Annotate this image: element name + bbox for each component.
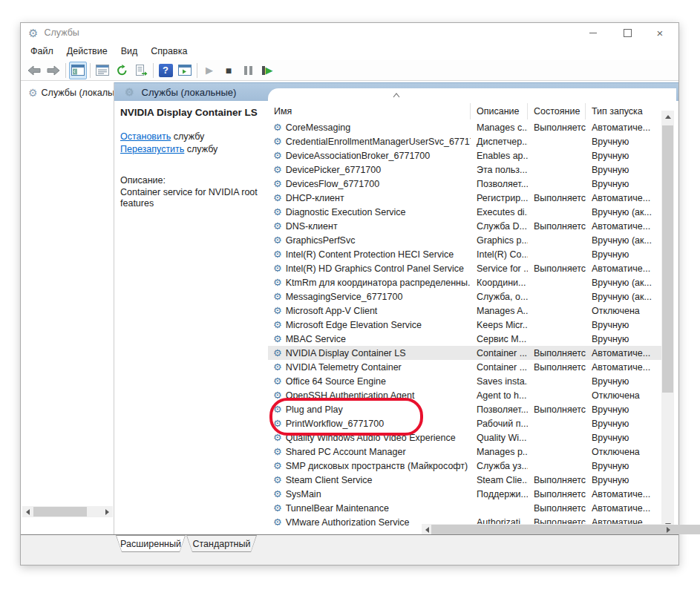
service-gear-icon: ⚙ <box>273 306 282 315</box>
menu-action[interactable]: Действие <box>60 44 114 59</box>
table-row[interactable]: ⚙SysMainПоддержи...ВыполняетсяАвтоматиче… <box>268 487 664 501</box>
tree-horizontal-scrollbar[interactable] <box>22 506 113 517</box>
cell-desc: Эта польз... <box>471 165 528 175</box>
maximize-icon <box>624 29 632 37</box>
cell-desc: Позволяет... <box>471 179 528 189</box>
tree-hscroll-thumb[interactable] <box>33 507 87 517</box>
table-row[interactable]: ⚙Intel(R) Content Protection HECI Servic… <box>268 247 664 261</box>
table-row[interactable]: ⚙GraphicsPerfSvcGraphics p...Вручную (ак… <box>268 233 664 247</box>
cell-tp: Вручную (ак... <box>586 278 658 288</box>
table-row[interactable]: ⚙Office 64 Source EngineSaves insta...Вр… <box>268 374 664 388</box>
table-row[interactable]: ⚙Steam Client ServiceSteam Clie...Выполн… <box>268 473 664 487</box>
cell-desc: Saves insta... <box>471 376 528 387</box>
table-row[interactable]: ⚙DeviceAssociationBroker_6771700Enables … <box>268 148 664 163</box>
cell-tp: Автоматиче... <box>586 348 658 358</box>
service-gear-icon: ⚙ <box>273 193 282 203</box>
restart-service-link[interactable]: Перезапустить <box>120 144 184 154</box>
cell-tp: Вручную <box>586 249 658 260</box>
scroll-right-icon[interactable] <box>102 506 113 517</box>
table-row[interactable]: ⚙Microsoft App-V ClientManages A...Отклю… <box>268 304 664 318</box>
toolbar-separator <box>153 63 154 78</box>
restart-service-button[interactable]: ▶ <box>258 62 276 79</box>
table-row[interactable]: ⚙Shared PC Account ManagerManages p...От… <box>268 445 664 459</box>
table-row[interactable]: ⚙KtmRm для координатора распределенны...… <box>268 275 664 289</box>
play-icon: ▶ <box>206 65 213 75</box>
cell-tp: Отключена <box>586 447 658 457</box>
start-service-button[interactable]: ▶ <box>200 62 218 79</box>
column-header-name[interactable]: Имя <box>268 103 471 119</box>
selected-service-name: NVIDIA Display Container LS <box>120 107 258 118</box>
hscroll-thumb[interactable] <box>431 525 700 534</box>
table-row[interactable]: ⚙MessagingService_6771700Служба, о...Вру… <box>268 289 664 304</box>
tree-item-services-local[interactable]: ⚙ Службы (локальные) <box>28 87 114 99</box>
help-button[interactable]: ? <box>157 62 174 79</box>
service-gear-icon: ⚙ <box>273 362 282 372</box>
cell-name: ⚙GraphicsPerfSvc <box>268 235 471 246</box>
table-row[interactable]: ⚙DevicePicker_6771700Эта польз...Вручную <box>268 163 664 177</box>
table-row[interactable]: ⚙Plug and PlayПозволяет...ВыполняетсяВру… <box>268 402 664 416</box>
vertical-scrollbar[interactable] <box>661 111 674 531</box>
forward-button[interactable] <box>45 62 62 79</box>
stop-service-link[interactable]: Остановить <box>120 131 171 142</box>
table-row[interactable]: ⚙NVIDIA Display Container LSContainer ..… <box>268 346 664 360</box>
pause-service-button[interactable] <box>239 62 257 79</box>
menu-view[interactable]: Вид <box>114 44 145 59</box>
table-row[interactable]: ⚙PrintWorkflow_6771700Рабочий п...Вручну… <box>268 416 664 430</box>
table-row[interactable]: ⚙Quality Windows Audio Video ExperienceQ… <box>268 430 664 445</box>
column-header-status[interactable]: Состояние <box>528 103 586 119</box>
back-button[interactable] <box>25 62 43 79</box>
minimize-button[interactable] <box>580 23 606 42</box>
table-row[interactable]: ⚙Diagnostic Execution ServiceExecutes di… <box>268 205 664 219</box>
cell-name: ⚙DevicesFlow_6771700 <box>268 179 471 189</box>
vscroll-thumb[interactable] <box>662 125 673 393</box>
table-row[interactable]: ⚙CredentialEnrollmentManagerUserSvc_6771… <box>268 134 664 148</box>
scroll-left-icon[interactable] <box>22 506 33 517</box>
description-text: Container service for NVIDIA root featur… <box>120 187 258 209</box>
cell-name: ⚙DNS-клиент <box>268 221 471 232</box>
horizontal-scrollbar[interactable] <box>422 524 674 535</box>
table-row[interactable]: ⚙MBAC ServiceСервис M...Вручную <box>268 332 664 346</box>
show-console-tree-button[interactable] <box>69 62 87 79</box>
toolbar-separator <box>65 63 66 78</box>
service-gear-icon: ⚙ <box>273 165 282 174</box>
app-gear-icon: ⚙ <box>28 27 38 39</box>
export-list-button[interactable] <box>132 62 150 79</box>
tab-extended[interactable]: Расширенный <box>116 535 186 552</box>
cell-name: ⚙NVIDIA Display Container LS <box>268 348 471 358</box>
service-gear-icon: ⚙ <box>273 461 282 471</box>
column-header-startup-type[interactable]: Тип запуска <box>586 103 658 119</box>
tab-standard[interactable]: Стандартный <box>186 535 257 552</box>
cell-name: ⚙CoreMessaging <box>268 122 471 133</box>
menu-file[interactable]: Файл <box>24 44 60 59</box>
cell-name: ⚙MessagingService_6771700 <box>268 292 471 302</box>
scroll-right-icon[interactable] <box>663 524 674 535</box>
table-row[interactable]: ⚙CoreMessagingManages c...ВыполняетсяАвт… <box>268 120 664 134</box>
cell-name: ⚙Microsoft Edge Elevation Service <box>268 320 471 330</box>
cell-name: ⚙Intel(R) Content Protection HECI Servic… <box>268 249 471 260</box>
show-action-pane-button[interactable] <box>176 62 194 79</box>
close-button[interactable]: × <box>647 23 673 42</box>
table-row[interactable]: ⚙Intel(R) HD Graphics Control Panel Serv… <box>268 261 664 275</box>
table-row[interactable]: ⚙SMP дисковых пространств (Майкрософт)Сл… <box>268 459 664 473</box>
help-icon: ? <box>159 64 173 77</box>
table-row[interactable]: ⚙OpenSSH Authentication AgentAgent to h.… <box>268 388 664 402</box>
table-row[interactable]: ⚙DevicesFlow_6771700Позволяет...Вручную <box>268 177 664 191</box>
cell-desc: Enables ap... <box>471 151 528 161</box>
back-arrow-icon <box>27 65 41 76</box>
column-header-description[interactable]: Описание <box>471 103 528 119</box>
table-row[interactable]: ⚙TunnelBear MaintenanceВыполняетсяАвтома… <box>268 501 664 515</box>
cell-desc: Служба уз... <box>471 461 528 471</box>
cell-tp: Вручную <box>586 137 658 147</box>
table-row[interactable]: ⚙DNS-клиентСлужба D...ВыполняетсяАвтомат… <box>268 219 664 233</box>
stop-service-button[interactable]: ■ <box>220 62 238 79</box>
scroll-up-icon[interactable] <box>661 111 674 123</box>
table-row[interactable]: ⚙NVIDIA Telemetry ContainerContainer ...… <box>268 360 664 374</box>
table-row[interactable]: ⚙DHCP-клиентРегистрир...ВыполняетсяАвтом… <box>268 191 664 205</box>
maximize-button[interactable] <box>615 23 640 42</box>
menu-help[interactable]: Справка <box>144 44 194 59</box>
refresh-button[interactable] <box>113 62 131 79</box>
cell-desc: Позволяет... <box>471 404 528 415</box>
properties-button[interactable] <box>94 62 111 79</box>
table-row[interactable]: ⚙Microsoft Edge Elevation ServiceKeeps M… <box>268 318 664 332</box>
cell-tp: Вручную <box>586 404 658 415</box>
